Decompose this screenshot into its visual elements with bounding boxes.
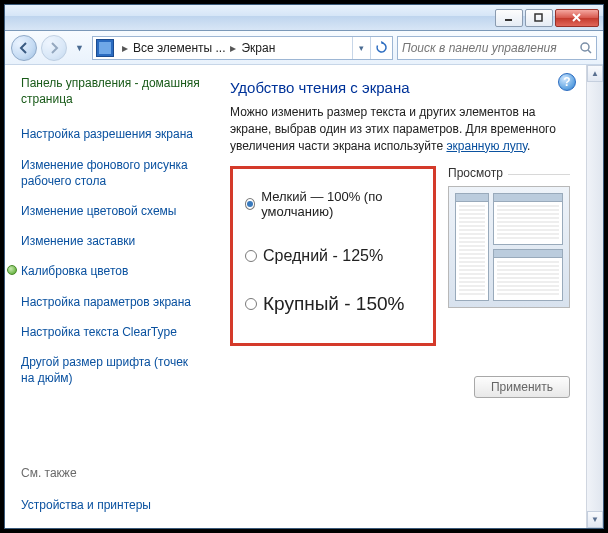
sidebar-link-dpi[interactable]: Другой размер шрифта (точек на дюйм) [21, 354, 202, 386]
sidebar-link-calibrate[interactable]: Калибровка цветов [21, 263, 202, 279]
radio-icon [245, 198, 255, 210]
page-title: Удобство чтения с экрана [230, 79, 570, 96]
svg-point-4 [581, 43, 589, 51]
radio-label: Средний - 125% [263, 247, 383, 265]
apply-button[interactable]: Применить [474, 376, 570, 398]
breadcrumb-seg2[interactable]: Экран [241, 41, 275, 55]
close-button[interactable] [555, 9, 599, 27]
preview-image [448, 186, 570, 308]
breadcrumb[interactable]: ▸ Все элементы ... ▸ Экран ▾ [92, 36, 393, 60]
scroll-down-button[interactable]: ▼ [587, 511, 603, 528]
sidebar-link-screensaver[interactable]: Изменение заставки [21, 233, 202, 249]
search-input[interactable] [398, 41, 576, 55]
radio-small[interactable]: Мелкий — 100% (по умолчанию) [245, 189, 423, 219]
scrollbar[interactable]: ▲ ▼ [586, 65, 603, 528]
chevron-right-icon: ▸ [117, 41, 133, 55]
sidebar: Панель управления - домашняя страница На… [5, 65, 210, 528]
sidebar-link-cleartype[interactable]: Настройка текста ClearType [21, 324, 202, 340]
nav-history-dropdown[interactable]: ▼ [71, 43, 88, 53]
radio-large[interactable]: Крупный - 150% [245, 293, 423, 315]
scroll-track[interactable] [587, 82, 603, 511]
page-description: Можно изменить размер текста и других эл… [230, 104, 570, 154]
help-icon[interactable]: ? [558, 73, 576, 91]
nav-forward-button[interactable] [41, 35, 67, 61]
nav-back-button[interactable] [11, 35, 37, 61]
scroll-up-button[interactable]: ▲ [587, 65, 603, 82]
window: ▼ ▸ Все элементы ... ▸ Экран ▾ Панель уп… [4, 4, 604, 529]
sidebar-link-resolution[interactable]: Настройка разрешения экрана [21, 126, 202, 142]
sidebar-link-label: Калибровка цветов [21, 264, 128, 278]
minimize-button[interactable] [495, 9, 523, 27]
search-box[interactable] [397, 36, 597, 60]
desc-text-end: . [527, 139, 530, 153]
see-also-heading: См. также [21, 466, 202, 480]
shield-icon [7, 265, 17, 275]
navbar: ▼ ▸ Все элементы ... ▸ Экран ▾ [5, 31, 603, 65]
radio-icon [245, 298, 257, 310]
radio-label: Мелкий — 100% (по умолчанию) [261, 189, 423, 219]
search-icon [576, 41, 596, 55]
titlebar [5, 5, 603, 31]
sidebar-link-devices[interactable]: Устройства и принтеры [21, 497, 202, 513]
magnifier-link[interactable]: экранную лупу [446, 139, 527, 153]
breadcrumb-dropdown[interactable]: ▾ [352, 37, 370, 59]
body: Панель управления - домашняя страница На… [5, 65, 603, 528]
breadcrumb-seg1[interactable]: Все элементы ... [133, 41, 226, 55]
radio-icon [245, 250, 257, 262]
svg-line-5 [588, 50, 591, 53]
preview-column: Просмотр [448, 166, 570, 308]
sidebar-link-colorscheme[interactable]: Изменение цветовой схемы [21, 203, 202, 219]
chevron-right-icon: ▸ [225, 41, 241, 55]
radio-label: Крупный - 150% [263, 293, 404, 315]
refresh-button[interactable] [370, 37, 392, 59]
preview-label: Просмотр [448, 166, 570, 180]
svg-rect-1 [535, 14, 542, 21]
radio-medium[interactable]: Средний - 125% [245, 247, 423, 265]
maximize-button[interactable] [525, 9, 553, 27]
sidebar-title[interactable]: Панель управления - домашняя страница [21, 75, 202, 107]
sidebar-link-wallpaper[interactable]: Изменение фонового рисунка рабочего стол… [21, 157, 202, 189]
size-options-group: Мелкий — 100% (по умолчанию) Средний - 1… [230, 166, 436, 346]
control-panel-icon [96, 39, 114, 57]
sidebar-link-display-settings[interactable]: Настройка параметров экрана [21, 294, 202, 310]
main-panel: ? Удобство чтения с экрана Можно изменит… [210, 65, 586, 528]
